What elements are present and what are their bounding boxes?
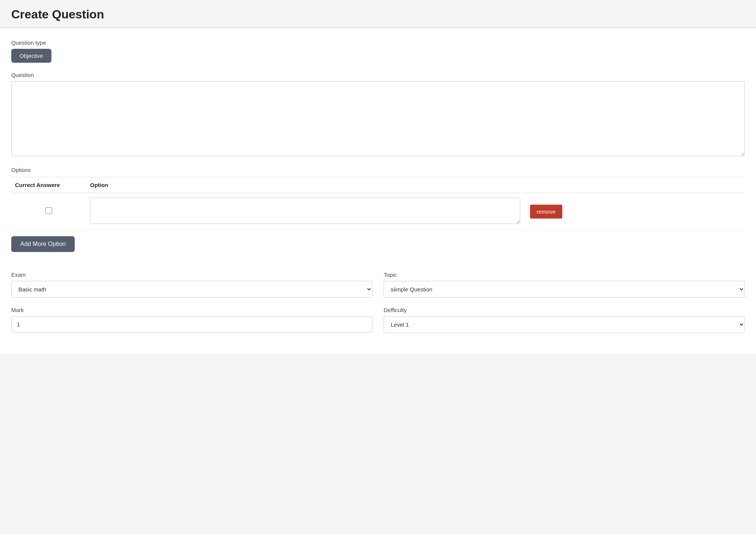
options-table: Currect Answere Option remove (11, 177, 745, 230)
options-label: Options (11, 167, 745, 173)
correct-answer-header: Currect Answere (11, 177, 86, 193)
correct-answer-checkbox[interactable] (45, 207, 52, 214)
objective-button[interactable]: Objective (11, 49, 51, 63)
table-row: remove (11, 193, 745, 230)
question-type-label: Question type (11, 39, 745, 46)
option-textarea[interactable] (90, 198, 520, 224)
question-label: Question (11, 72, 745, 78)
mark-input[interactable] (11, 316, 372, 332)
mark-label: Mark (11, 307, 372, 313)
option-header: Option (86, 177, 524, 193)
exam-label: Exam (11, 272, 372, 278)
remove-button[interactable]: remove (530, 205, 562, 219)
difficulty-select[interactable]: Level 1 Level 2 Level 3 (384, 316, 745, 333)
question-textarea[interactable] (11, 81, 745, 156)
topic-select[interactable]: siimple Question Advanced Question (384, 281, 745, 298)
page-title: Create Question (11, 8, 745, 21)
exam-select[interactable]: Basic math Advanced math Science (11, 281, 372, 298)
difficulty-label: Defficulty (384, 307, 745, 313)
topic-label: Topic (384, 272, 745, 278)
add-more-option-button[interactable]: Add More Option (11, 236, 75, 252)
